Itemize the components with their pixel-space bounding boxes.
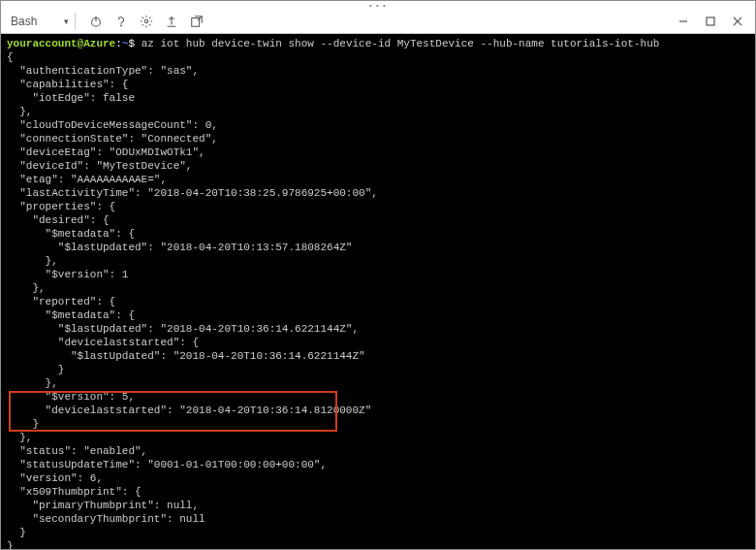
- close-icon: [733, 16, 742, 26]
- output-line: "capabilities": {: [7, 78, 749, 91]
- titlebar-left: Bash ▾: [5, 11, 207, 32]
- maximize-button[interactable]: [697, 11, 724, 32]
- prompt-sep: :: [115, 38, 122, 49]
- maximize-icon: [706, 16, 715, 26]
- command-line: youraccount@Azure:~$ az iot hub device-t…: [7, 37, 749, 50]
- output-line: "deviceEtag": "ODUxMDIwOTk1",: [7, 146, 749, 159]
- shell-label: Bash: [11, 15, 37, 28]
- terminal-body[interactable]: youraccount@Azure:~$ az iot hub device-t…: [1, 34, 755, 549]
- output-line: "iotEdge": false: [7, 91, 749, 105]
- output-line: "x509Thumbprint": {: [7, 485, 749, 499]
- output-line: },: [7, 281, 749, 295]
- chevron-down-icon: ▾: [64, 16, 69, 26]
- shell-selector[interactable]: Bash ▾: [5, 13, 76, 30]
- output-line: "reported": {: [7, 295, 749, 308]
- svg-rect-4: [192, 17, 200, 26]
- close-button[interactable]: [724, 11, 751, 32]
- output-line: },: [7, 376, 749, 390]
- settings-button[interactable]: [136, 11, 157, 32]
- new-session-button[interactable]: [186, 11, 207, 32]
- output-line: },: [7, 105, 749, 118]
- output-line: "$metadata": {: [7, 227, 749, 241]
- output-line: "primaryThumbprint": null,: [7, 499, 749, 512]
- output-line: }: [7, 417, 749, 431]
- output-line: "$lastUpdated": "2018-04-20T10:36:14.622…: [7, 349, 749, 363]
- output-line: "secondaryThumbprint": null: [7, 512, 749, 526]
- output-line: "version": 6,: [7, 471, 749, 485]
- output-line: "cloudToDeviceMessageCount": 0,: [7, 118, 749, 132]
- minimize-icon: [678, 16, 688, 26]
- resize-grip-dots: • • •: [1, 1, 755, 9]
- output-line: },: [7, 431, 749, 444]
- gear-icon: [140, 15, 153, 28]
- restart-button[interactable]: [85, 11, 107, 32]
- output-line: "devicelaststarted": {: [7, 336, 749, 349]
- output-line: "desired": {: [7, 213, 749, 227]
- output-line: "authenticationType": "sas",: [7, 64, 749, 78]
- output-line: "$lastUpdated": "2018-04-20T10:13:57.180…: [7, 241, 749, 254]
- output-line: {: [7, 50, 749, 64]
- prompt-user: youraccount@Azure: [7, 38, 115, 49]
- help-icon: [114, 15, 128, 28]
- output-line: "lastActivityTime": "2018-04-20T10:38:25…: [7, 186, 749, 200]
- output-line: "$version": 1: [7, 268, 749, 281]
- upload-icon: [165, 15, 178, 28]
- svg-rect-6: [707, 17, 714, 25]
- output-line: "devicelaststarted": "2018-04-20T10:36:1…: [7, 404, 749, 417]
- output-line: "status": "enabled",: [7, 444, 749, 458]
- power-icon: [89, 15, 103, 28]
- titlebar: Bash ▾: [1, 9, 755, 34]
- svg-point-2: [121, 24, 122, 25]
- command-text: az iot hub device-twin show --device-id …: [142, 38, 660, 49]
- output-line: "statusUpdateTime": "0001-01-01T00:00:00…: [7, 458, 749, 471]
- svg-point-3: [145, 19, 149, 23]
- help-button[interactable]: [110, 11, 132, 32]
- output-line: }: [7, 526, 749, 539]
- output-line: "$version": 5,: [7, 390, 749, 404]
- output-line: }: [7, 363, 749, 376]
- output-line: "connectionState": "Connected",: [7, 132, 749, 146]
- output-line: "properties": {: [7, 200, 749, 213]
- prompt-dollar: $: [128, 38, 141, 49]
- upload-button[interactable]: [161, 11, 182, 32]
- terminal-window: • • • Bash ▾: [0, 0, 756, 550]
- output-line: "deviceId": "MyTestDevice",: [7, 159, 749, 173]
- output-line: }: [7, 539, 749, 549]
- output-line: "$lastUpdated": "2018-04-20T10:36:14.622…: [7, 322, 749, 336]
- minimize-button[interactable]: [670, 11, 697, 32]
- output-line: },: [7, 254, 749, 268]
- output-line: "$metadata": {: [7, 308, 749, 322]
- output-line: "etag": "AAAAAAAAAAE=",: [7, 173, 749, 186]
- open-new-icon: [190, 15, 204, 28]
